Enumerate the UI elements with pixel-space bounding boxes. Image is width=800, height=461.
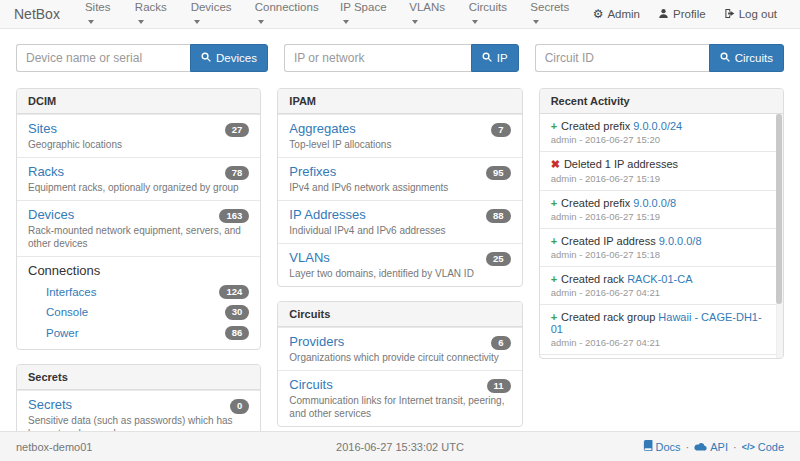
activity-object-link[interactable]: 9.0.0.0/8 <box>633 197 676 209</box>
hostname-label: netbox-demo01 <box>16 441 92 453</box>
list-item-circuits: 11 Circuits Communication links for Inte… <box>278 370 521 426</box>
devices-link[interactable]: Devices <box>28 207 74 222</box>
ip-addresses-description: Individual IPv4 and IPv6 addresses <box>289 224 510 237</box>
search-icon <box>201 52 211 64</box>
activity-item: +Created IP address 9.0.0.0/8 admin - 20… <box>540 228 783 266</box>
power-link[interactable]: Power <box>46 327 79 339</box>
aggregates-link[interactable]: Aggregates <box>289 121 356 136</box>
prefixes-link[interactable]: Prefixes <box>289 164 336 179</box>
docs-label: Docs <box>656 441 681 453</box>
menu-secrets[interactable]: Secrets <box>521 0 583 28</box>
chevron-down-icon <box>412 20 418 24</box>
racks-link[interactable]: Racks <box>28 164 64 179</box>
menu-vlans[interactable]: VLANs <box>400 0 459 28</box>
circuit-search-button[interactable]: Circuits <box>709 44 784 72</box>
chevron-down-icon <box>88 20 94 24</box>
brand-logo[interactable]: NetBox <box>14 6 60 22</box>
ip-search-group: IP <box>284 44 519 72</box>
sites-link[interactable]: Sites <box>28 121 57 136</box>
search-row: Devices IP Circuits <box>16 44 784 72</box>
providers-link[interactable]: Providers <box>289 334 344 349</box>
vlans-link[interactable]: VLANs <box>289 250 329 265</box>
scrollbar-thumb[interactable] <box>776 114 782 304</box>
connections-title: Connections <box>28 263 249 278</box>
activity-meta: admin - 2016-06-27 15:19 <box>551 173 767 184</box>
list-item-connections: Connections 124 Interfaces 30 Console 86 <box>17 256 260 349</box>
menu-sites[interactable]: Sites <box>76 0 126 28</box>
profile-label: Profile <box>673 8 706 20</box>
activity-object-link[interactable]: 9.0.0.0/8 <box>659 235 702 247</box>
device-search-input[interactable] <box>16 44 190 72</box>
interfaces-count-badge: 124 <box>219 285 249 299</box>
activity-item: +Created prefix 9.0.0.0/8 admin - 2016-0… <box>540 190 783 228</box>
code-label: Code <box>758 441 784 453</box>
list-item-racks: 78 Racks Equipment racks, optionally org… <box>17 157 260 200</box>
ip-search-button[interactable]: IP <box>471 44 519 72</box>
profile-link[interactable]: Profile <box>649 8 715 21</box>
logout-icon <box>724 8 735 21</box>
racks-count-badge: 78 <box>225 166 250 180</box>
activity-action: Created prefix <box>561 197 630 209</box>
sites-description: Geographic locations <box>28 138 249 151</box>
footer: netbox-demo01 2016-06-27 15:33:02 UTC Do… <box>0 431 800 461</box>
circuits-link[interactable]: Circuits <box>289 377 332 392</box>
chevron-down-icon <box>138 20 144 24</box>
device-search-button[interactable]: Devices <box>190 44 268 72</box>
list-item-prefixes: 95 Prefixes IPv4 and IPv6 network assign… <box>278 157 521 200</box>
activity-meta: admin - 2016-06-27 15:18 <box>551 249 767 260</box>
admin-link[interactable]: ⚙ Admin <box>584 8 649 20</box>
providers-count-badge: 6 <box>491 336 510 350</box>
docs-link[interactable]: Docs <box>643 440 681 453</box>
circuits-panel: Circuits 6 Providers Organizations which… <box>277 301 522 427</box>
vlans-count-badge: 25 <box>486 252 511 266</box>
api-link[interactable]: API <box>694 441 728 453</box>
list-item-power: 86 Power <box>28 323 249 343</box>
interfaces-link[interactable]: Interfaces <box>46 286 97 298</box>
console-count-badge: 30 <box>225 305 250 319</box>
column-dcim: DCIM 27 Sites Geographic locations 78 Ra… <box>16 88 261 447</box>
secrets-link[interactable]: Secrets <box>28 397 72 412</box>
chevron-down-icon <box>258 20 264 24</box>
cloud-icon <box>694 441 707 453</box>
menu-circuits[interactable]: Circuits <box>460 0 522 28</box>
circuit-search-input[interactable] <box>535 44 709 72</box>
connections-sublist: 124 Interfaces 30 Console 86 Power <box>28 282 249 343</box>
plus-icon: + <box>551 120 557 132</box>
chevron-down-icon <box>194 20 200 24</box>
activity-item: +Created prefix 9.0.0.0/24 admin - 2016-… <box>540 114 783 151</box>
activity-item: ✎Modified device type Dell PowerEdge R63… <box>540 354 783 358</box>
logout-link[interactable]: Log out <box>715 8 786 21</box>
activity-scrollbar[interactable] <box>776 114 783 358</box>
menu-connections[interactable]: Connections <box>246 0 331 28</box>
ip-search-input[interactable] <box>284 44 471 72</box>
column-ipam: IPAM 7 Aggregates Top-level IP allocatio… <box>277 88 522 427</box>
menu-devices[interactable]: Devices <box>182 0 246 28</box>
console-link[interactable]: Console <box>46 306 88 318</box>
activity-action: Created rack <box>561 273 624 285</box>
circuit-search-group: Circuits <box>535 44 784 72</box>
ipam-panel-title: IPAM <box>278 89 521 114</box>
search-icon <box>482 52 492 64</box>
list-item-console: 30 Console <box>28 302 249 322</box>
list-item-vlans: 25 VLANs Layer two domains, identified b… <box>278 243 521 286</box>
code-link[interactable]: </> Code <box>742 441 784 453</box>
list-item-ip-addresses: 88 IP Addresses Individual IPv4 and IPv6… <box>278 200 521 243</box>
providers-description: Organizations which provide circuit conn… <box>289 351 510 364</box>
activity-object-link[interactable]: 9.0.0.0/24 <box>633 120 682 132</box>
footer-links: Docs · API · </> Code <box>643 440 784 453</box>
power-count-badge: 86 <box>225 326 250 340</box>
plus-icon: + <box>551 273 557 285</box>
secrets-count-badge: 0 <box>230 399 249 413</box>
ip-addresses-link[interactable]: IP Addresses <box>289 207 365 222</box>
menu-ip-space[interactable]: IP Space <box>331 0 400 28</box>
delete-icon: ✖ <box>551 158 560 170</box>
prefixes-count-badge: 95 <box>486 166 511 180</box>
search-icon <box>720 52 730 64</box>
menu-racks[interactable]: Racks <box>126 0 182 28</box>
circuits-panel-title: Circuits <box>278 302 521 327</box>
recent-activity-title: Recent Activity <box>540 89 783 114</box>
activity-action: Deleted 1 IP addresses <box>564 158 678 170</box>
aggregates-description: Top-level IP allocations <box>289 138 510 151</box>
admin-label: Admin <box>607 8 640 20</box>
activity-object-link[interactable]: RACK-01-CA <box>627 273 692 285</box>
